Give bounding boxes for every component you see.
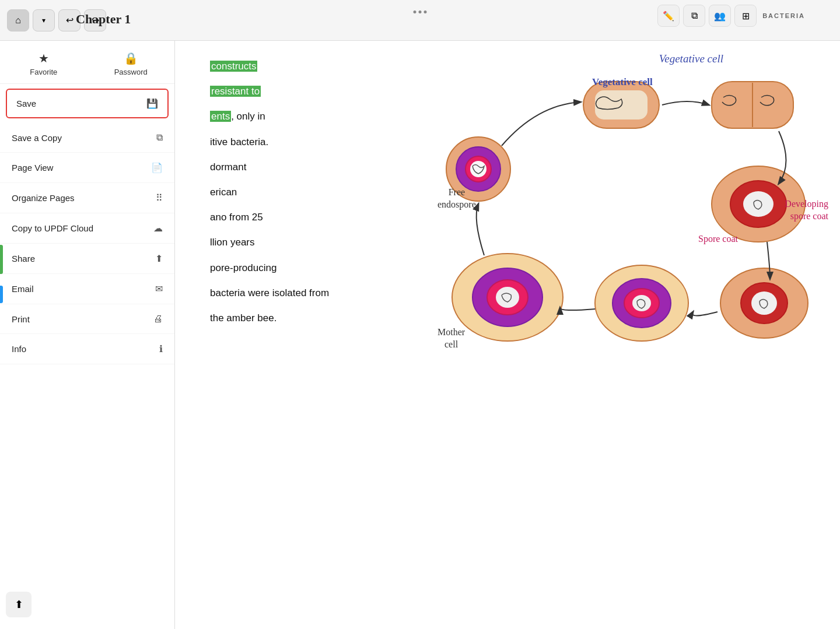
svg-point-18 xyxy=(751,291,777,315)
share-label: Share xyxy=(12,254,155,263)
sidebar-bottom-area: ⬆ xyxy=(6,592,32,617)
tab-password-label: Password xyxy=(114,68,148,76)
menu-item-share[interactable]: Share ⬆ xyxy=(0,244,174,274)
document-area: ⌂ ▾ ↩ ↪ ✏️ ⧉ 👥 ⊞ BACTERIA Chapter 1 ★ Fa… xyxy=(0,0,840,629)
menu-item-email[interactable]: Email ✉ xyxy=(0,274,174,304)
menu-item-cloud[interactable]: Copy to UPDF Cloud ☁ xyxy=(0,213,174,244)
free-endospore-label: Freeendospore xyxy=(438,187,476,211)
developing-spore-coat-label: Developingspore coat xyxy=(785,198,828,223)
dropdown-button[interactable]: ▾ xyxy=(33,9,55,31)
top-toolbar: ⌂ ▾ ↩ ↪ ✏️ ⧉ 👥 ⊞ BACTERIA Chapter 1 xyxy=(0,0,840,41)
highlight-constructs: constructs xyxy=(210,61,257,72)
highlight-ents: ents xyxy=(210,111,231,122)
svg-point-3 xyxy=(470,161,487,177)
menu-item-save[interactable]: Save 💾 xyxy=(6,89,169,118)
pencil-icon-btn[interactable]: ✏️ xyxy=(657,5,680,27)
content-wrapper: constructs resistant to ents, only in it… xyxy=(210,58,805,629)
info-icon: ℹ xyxy=(159,343,163,354)
menu-item-save-copy[interactable]: Save a Copy ⧉ xyxy=(0,123,174,153)
bacteria-text-label: BACTERIA xyxy=(762,12,805,19)
bacteria-label-area: ✏️ ⧉ 👥 ⊞ BACTERIA xyxy=(657,5,805,27)
bacteria-diagram-svg xyxy=(420,47,828,350)
organize-label: Organize Pages xyxy=(12,193,156,203)
home-button[interactable]: ⌂ xyxy=(7,9,29,31)
tab-password[interactable]: 🔒 Password xyxy=(88,47,175,83)
info-label: Info xyxy=(12,344,159,354)
cloud-icon: ☁ xyxy=(153,223,163,234)
diagram-area: Vegetative cell xyxy=(420,47,828,350)
save-copy-label: Save a Copy xyxy=(12,133,156,143)
save-icon: 💾 xyxy=(146,98,158,109)
svg-point-15 xyxy=(632,295,651,311)
email-icon: ✉ xyxy=(155,283,163,294)
chapter-title: Chapter 1 xyxy=(76,12,131,27)
menu-item-print[interactable]: Print 🖨 xyxy=(0,304,174,334)
menu-list: Save 💾 Save a Copy ⧉ Page View 📄 Organiz… xyxy=(0,89,174,364)
sidebar-tabs: ★ Favorite 🔒 Password xyxy=(0,41,174,84)
doc-content: constructs resistant to ents, only in it… xyxy=(175,41,840,629)
green-indicator xyxy=(0,245,3,274)
star-icon: ★ xyxy=(38,51,49,65)
mother-cell-label: Mothercell xyxy=(438,326,465,351)
vegetative-cell-label-text: Vegetative cell xyxy=(592,76,653,89)
tab-favorite[interactable]: ★ Favorite xyxy=(0,47,88,83)
share-icon: ⬆ xyxy=(155,253,163,264)
menu-item-page-view[interactable]: Page View 📄 xyxy=(0,153,174,183)
lock-icon: 🔒 xyxy=(124,51,138,65)
svg-point-21 xyxy=(743,191,774,217)
copy-icon: ⧉ xyxy=(156,132,163,143)
svg-point-11 xyxy=(496,287,519,308)
top-dots xyxy=(414,10,427,13)
people-icon-btn[interactable]: 👥 xyxy=(709,5,731,27)
page-view-label: Page View xyxy=(12,163,151,173)
sidebar-bottom-icon[interactable]: ⬆ xyxy=(6,592,32,617)
copy-icon-btn[interactable]: ⧉ xyxy=(683,5,705,27)
email-label: Email xyxy=(12,284,155,294)
highlight-resistant: resistant to xyxy=(210,86,261,97)
spore-coat-label: Spore coat xyxy=(698,233,738,245)
save-label: Save xyxy=(16,99,146,108)
print-icon: 🖨 xyxy=(153,314,163,324)
cloud-label: Copy to UPDF Cloud xyxy=(12,223,153,233)
blue-indicator xyxy=(0,286,3,303)
organize-icon: ⠿ xyxy=(156,192,163,203)
menu-item-info[interactable]: Info ℹ xyxy=(0,334,174,364)
print-label: Print xyxy=(12,314,153,324)
left-sidebar: ★ Favorite 🔒 Password Save 💾 Save a Copy… xyxy=(0,41,175,629)
page-icon: 📄 xyxy=(151,162,163,173)
menu-item-organize[interactable]: Organize Pages ⠿ xyxy=(0,183,174,213)
tab-favorite-label: Favorite xyxy=(30,68,57,76)
grid-icon-btn[interactable]: ⊞ xyxy=(734,5,757,27)
